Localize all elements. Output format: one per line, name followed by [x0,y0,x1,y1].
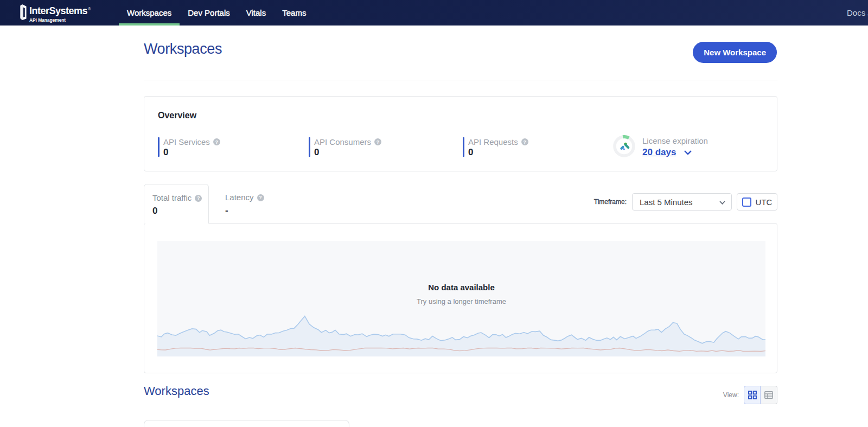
overview-stats-row: API Services ? 0 API Consumers ? 0 [158,137,764,157]
registered-trademark: ® [88,7,91,11]
placeholder-sparkline [157,314,765,356]
license-expiration: License expiration 20 days [613,135,708,157]
chevron-down-icon[interactable] [684,150,692,155]
main-content: Workspaces New Workspace Overview API Se… [144,26,777,427]
top-navigation-bar: InterSystems® API Management Workspaces … [0,0,868,26]
tab-latency[interactable]: Latency ? - [217,184,272,223]
stat-accent-bar [158,137,159,157]
overview-card: Overview API Services ? 0 API Consumers [144,96,777,171]
timeframe-selected-value: Last 5 Minutes [640,197,693,207]
chart-empty-state: No data available Try using a longer tim… [157,241,765,356]
stat-label: API Consumers [314,138,371,146]
help-icon[interactable]: ? [374,138,381,145]
license-inner-logo [620,143,630,150]
table-view-button[interactable] [761,386,777,404]
nav-item-vitals[interactable]: Vitals [238,0,274,26]
stat-accent-bar [463,137,464,157]
nav-item-dev-portals[interactable]: Dev Portals [180,0,238,26]
view-toggle-group [744,386,777,404]
view-controls: View: [723,386,777,404]
intersystems-logo-icon [20,4,27,20]
main-nav: Workspaces Dev Portals Vitals Teams [119,0,314,26]
tab-value: 0 [152,206,200,215]
no-data-subtitle: Try using a longer timeframe [157,297,765,307]
tab-value: - [225,206,264,215]
tab-label: Latency [225,193,254,202]
tab-label: Total traffic [152,194,192,202]
timeframe-select[interactable]: Last 5 Minutes [632,193,732,211]
workspace-card[interactable] [144,420,349,427]
chevron-down-icon [719,201,725,205]
nav-item-teams[interactable]: Teams [274,0,314,26]
view-label: View: [723,391,739,399]
header-divider [144,80,777,80]
stat-value: 0 [468,148,528,157]
stat-label: API Requests [468,138,518,146]
stat-value: 0 [163,148,220,157]
intersystems-logo: InterSystems® API Management [20,4,91,23]
stat-api-consumers: API Consumers ? 0 [309,137,463,157]
timeframe-controls: Timeframe: Last 5 Minutes UTC [594,193,777,211]
license-label: License expiration [642,137,708,145]
workspaces-section-title: Workspaces [144,385,209,397]
tab-total-traffic[interactable]: Total traffic ? 0 [144,184,209,224]
stat-value: 0 [314,148,381,157]
traffic-tabs-row: Total traffic ? 0 Latency ? - Timeframe:… [144,184,777,223]
new-workspace-button[interactable]: New Workspace [693,42,777,63]
help-icon[interactable]: ? [195,195,202,202]
table-view-icon [764,391,773,399]
nav-item-workspaces[interactable]: Workspaces [119,0,180,26]
workspaces-section-header: Workspaces View: [144,386,777,404]
utc-checkbox[interactable] [742,197,751,207]
utc-toggle-box: UTC [737,193,777,211]
brand-product: API Management [29,17,91,23]
help-icon[interactable]: ? [213,138,220,145]
overview-heading: Overview [158,111,764,120]
timeframe-label: Timeframe: [594,198,627,206]
utc-label: UTC [756,197,773,207]
license-days-link[interactable]: 20 days [642,148,676,157]
brand-name: InterSystems® [29,4,91,16]
grid-view-button[interactable] [744,386,761,404]
help-icon[interactable]: ? [257,194,264,201]
page-title: Workspaces [144,41,222,57]
stat-api-services: API Services ? 0 [158,137,309,157]
traffic-chart-panel: No data available Try using a longer tim… [144,223,777,373]
stat-accent-bar [309,137,310,157]
docs-link[interactable]: Docs ↗ [847,0,868,26]
no-data-title: No data available [157,282,765,293]
stat-label: API Services [163,138,210,146]
stat-api-requests: API Requests ? 0 [463,137,613,157]
page-header: Workspaces New Workspace [144,26,777,80]
license-gauge-icon [613,135,635,157]
help-icon[interactable]: ? [521,138,528,145]
grid-view-icon [748,391,757,399]
